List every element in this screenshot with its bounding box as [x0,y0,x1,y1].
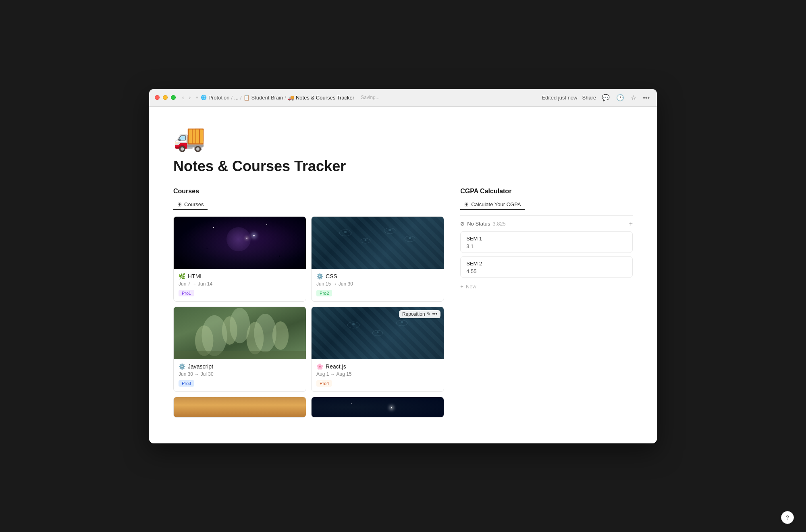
back-button[interactable]: ‹ [181,93,186,101]
card-name-html: 🌿 HTML [179,273,301,279]
left-column: Courses ⊞ Courses [173,188,444,418]
cgpa-status-label: ⊘ No Status 3.825 [460,221,506,227]
courses-tab-label: Courses [184,201,204,207]
table-icon: ⊞ [464,201,469,207]
sem1-title: SEM 1 [466,236,627,242]
course-card-css[interactable]: ⚙️ CSS Jun 15 → Jun 30 Pro2 [311,216,444,302]
comment-icon[interactable]: 💬 [601,93,611,102]
card-tag-javascript: Pro3 [179,380,194,387]
close-button[interactable] [155,95,160,100]
card-tag-reactjs: Pro4 [316,380,332,387]
courses-view-tab[interactable]: ⊞ Courses [173,200,208,210]
new-row[interactable]: + New [460,281,633,292]
card-name-javascript: ⚙️ Javascript [179,363,301,370]
star-icon[interactable]: ☆ [630,93,637,102]
breadcrumb-parent[interactable]: Student Brain [251,95,283,101]
new-label: New [466,284,476,290]
breadcrumb: 🌐 Prototion / ... / 📋 Student Brain / 🚚 … [201,95,354,101]
cgpa-status-text: No Status [467,221,490,227]
page-icon: 🚚 [173,123,633,153]
cgpa-status-row: ⊘ No Status 3.825 + [460,221,633,227]
svg-point-19 [352,323,355,325]
minimize-button[interactable] [163,95,168,100]
edited-text: Edited just now [542,95,577,101]
svg-point-12 [222,316,237,345]
cgpa-add-button[interactable]: + [629,221,633,227]
breadcrumb-sep1: / [231,95,233,101]
breadcrumb-sep2: / [240,95,242,101]
card-body-reactjs: 🌸 React.js Aug 1 → Aug 15 Pro4 [312,359,444,391]
svg-point-20 [377,331,379,333]
course-card-6[interactable] [311,397,444,418]
course-card-javascript[interactable]: ⚙️ Javascript Jun 30 → Jul 30 Pro3 [173,306,306,392]
title-bar: ‹ › + 🌐 Prototion / ... / 📋 Student Brai… [149,89,657,107]
card-date-css: Jun 15 → Jun 30 [316,281,439,287]
breadcrumb-current[interactable]: 🚚 Notes & Courses Tracker [288,95,354,101]
breadcrumb-page-name: Notes & Courses Tracker [296,95,354,101]
cgpa-tab-label: Calculate Your CGPA [471,201,521,207]
reactjs-icon: 🌸 [316,363,323,370]
more-options-icon: ••• [432,311,438,317]
svg-point-5 [365,239,367,241]
globe-icon: 🌐 [201,95,207,100]
gallery-grid: 🌿 HTML Jun 7 → Jun 14 Pro1 [173,216,444,418]
card-image-css [312,217,444,269]
breadcrumb-workspace[interactable]: Prototion [208,95,229,101]
svg-point-7 [409,237,411,239]
title-bar-right: Edited just now Share 💬 🕐 ☆ ••• [542,93,650,102]
svg-point-21 [401,321,403,323]
edit-icon: ✎ [427,311,431,317]
cgpa-count: 3.825 [492,221,506,227]
course-card-reactjs[interactable]: Reposition ✎ ••• 🌸 React.js Aug 1 → Aug … [311,306,444,392]
page-emoji-icon: 🚚 [288,95,294,101]
svg-point-4 [344,231,347,233]
card-body-css: ⚙️ CSS Jun 15 → Jun 30 Pro2 [312,269,444,301]
sem2-title: SEM 2 [466,261,627,267]
course-card-5[interactable] [173,397,306,418]
card-body-html: 🌿 HTML Jun 7 → Jun 14 Pro1 [174,269,306,301]
breadcrumb-notion-icon: 📋 [243,95,250,101]
plus-icon: + [460,284,463,290]
main-content: 🚚 Notes & Courses Tracker Courses ⊞ Cour… [149,107,657,443]
share-button[interactable]: Share [582,95,596,101]
grid-icon: ⊞ [177,201,182,207]
svg-point-14 [272,321,289,350]
no-status-icon: ⊘ [460,221,465,227]
card-date-html: Jun 7 → Jun 14 [179,281,301,287]
two-column-layout: Courses ⊞ Courses [173,188,633,418]
forward-button[interactable]: › [187,93,193,101]
svg-rect-15 [174,351,306,359]
clock-icon[interactable]: 🕐 [615,93,625,102]
card-image-reactjs: Reposition ✎ ••• [312,307,444,359]
card-body-javascript: ⚙️ Javascript Jun 30 → Jul 30 Pro3 [174,359,306,391]
card-tag-css: Pro2 [316,290,332,296]
page-title: Notes & Courses Tracker [173,158,633,175]
card-tag-html: Pro1 [179,290,194,296]
sem1-card[interactable]: SEM 1 3.1 [460,231,633,253]
sem2-value: 4.55 [466,268,627,274]
card-date-reactjs: Aug 1 → Aug 15 [316,371,439,377]
card-image-javascript [174,307,306,359]
more-icon[interactable]: ••• [642,93,650,102]
card-date-javascript: Jun 30 → Jul 30 [179,371,301,377]
svg-point-13 [246,322,264,354]
divider [460,215,633,216]
card-name-css: ⚙️ CSS [316,273,439,279]
svg-point-6 [388,229,391,231]
course-card-html[interactable]: 🌿 HTML Jun 7 → Jun 14 Pro1 [173,216,306,302]
maximize-button[interactable] [171,95,176,100]
sem2-card[interactable]: SEM 2 4.55 [460,256,633,278]
cgpa-section-title: CGPA Calculator [460,188,633,195]
html-icon: 🌿 [179,273,185,279]
sem1-value: 3.1 [466,243,627,249]
add-tab-icon[interactable]: + [195,95,198,100]
breadcrumb-sep3: / [285,95,286,101]
css-icon: ⚙️ [316,273,323,279]
reposition-overlay[interactable]: Reposition ✎ ••• [399,310,440,318]
saving-indicator: Saving... [361,95,380,100]
cgpa-view-tab[interactable]: ⊞ Calculate Your CGPA [460,200,525,210]
card-image-6 [312,397,444,417]
card-image-5 [174,397,306,417]
browser-window: ‹ › + 🌐 Prototion / ... / 📋 Student Brai… [149,89,657,443]
breadcrumb-ellipsis[interactable]: ... [234,95,239,101]
